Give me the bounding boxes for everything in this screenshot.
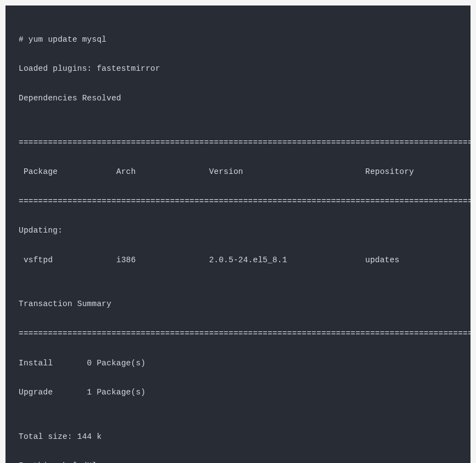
deps-line: Dependencies Resolved [19,91,457,106]
command-line: # yum update mysql [19,32,457,47]
plugins-line: Loaded plugins: fastestmirror [19,61,457,76]
install-row: Install 0 Package(s) [19,356,457,371]
total-size: Total size: 144 k [19,430,457,444]
divider-line: ========================================… [19,194,457,209]
confirm-prompt: Is this ok [y/N]: y [19,459,457,463]
divider-line: ========================================… [19,326,457,341]
updating-label: Updating: [19,223,457,238]
package-row: vsftpd i386 2.0.5-24.el5_8.1 updates [19,253,457,268]
terminal-output: # yum update mysql Loaded plugins: faste… [5,5,471,463]
divider-line: ========================================… [19,135,457,150]
upgrade-row: Upgrade 1 Package(s) [19,385,457,400]
tx-summary-label: Transaction Summary [19,297,457,312]
table-header: Package Arch Version Repository [19,165,457,179]
